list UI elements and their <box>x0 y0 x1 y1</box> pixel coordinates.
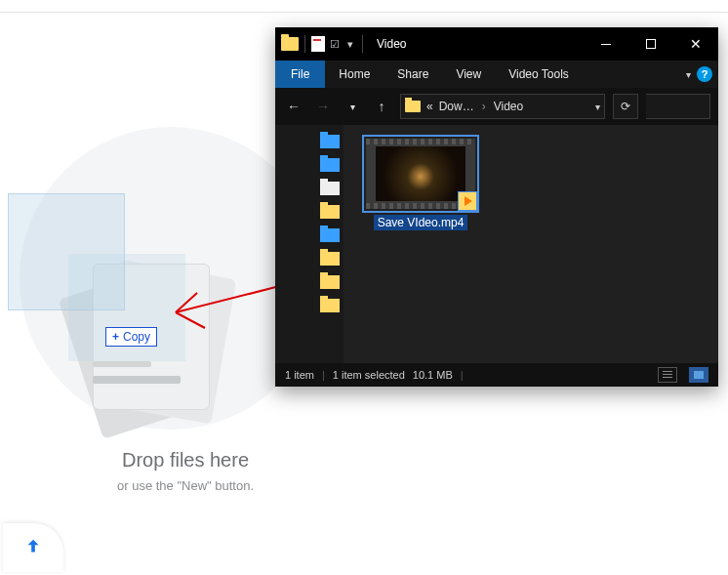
sidebar-item[interactable] <box>320 299 340 312</box>
ribbon: File Home Share View Video Tools ▾ ? <box>275 61 718 88</box>
title-bar[interactable]: ☑ ▾ Video ✕ <box>275 27 718 61</box>
address-bar[interactable]: « Dow… › Video ▾ <box>400 94 605 119</box>
upload-button[interactable] <box>3 523 63 572</box>
crumb-1[interactable]: Dow… <box>439 100 474 113</box>
sidebar-item[interactable] <box>320 182 340 195</box>
checkbox-icon[interactable]: ☑ <box>330 38 340 51</box>
crumb-prefix: « <box>426 100 433 113</box>
nav-up-button[interactable]: ↑ <box>371 96 392 117</box>
status-selected: 1 item selected <box>333 369 405 381</box>
video-thumbnail <box>366 139 475 209</box>
folder-icon <box>281 37 299 51</box>
status-item-count: 1 item <box>285 369 314 381</box>
window-title: Video <box>377 37 406 51</box>
address-folder-icon <box>405 101 421 112</box>
drop-subtitle: or use the "New" button. <box>0 478 371 493</box>
nav-pane[interactable] <box>275 125 344 363</box>
status-size: 10.1 MB <box>413 369 453 381</box>
document-icon[interactable] <box>311 36 325 52</box>
sidebar-item[interactable] <box>320 275 340 289</box>
upload-arrow-icon <box>22 537 44 558</box>
thumbnails-view-button[interactable] <box>689 367 708 383</box>
qat-dropdown-icon[interactable]: ▾ <box>347 38 353 51</box>
sidebar-item[interactable] <box>320 228 340 242</box>
sidebar-item[interactable] <box>320 205 340 219</box>
nav-back-button[interactable]: ← <box>283 96 304 117</box>
plus-icon: + <box>112 330 119 344</box>
address-dropdown-icon[interactable]: ▾ <box>595 102 600 112</box>
search-box[interactable] <box>646 94 710 119</box>
page-divider <box>0 12 728 13</box>
nav-forward-button[interactable]: → <box>312 96 334 117</box>
chevron-right-icon[interactable]: › <box>482 100 486 113</box>
maximize-button[interactable] <box>628 27 673 61</box>
file-name-label[interactable]: Save VIdeo.mp4 <box>374 215 468 230</box>
ribbon-tab-context[interactable]: Video Tools <box>495 61 583 88</box>
copy-label: Copy <box>123 330 150 344</box>
drop-title: Drop files here <box>0 449 371 472</box>
ribbon-tab-home[interactable]: Home <box>325 61 384 88</box>
details-view-button[interactable] <box>658 367 677 383</box>
quick-access-toolbar: ☑ ▾ <box>275 35 367 53</box>
help-icon[interactable]: ? <box>697 66 712 82</box>
drag-copy-badge: + Copy <box>105 327 157 347</box>
close-button[interactable]: ✕ <box>673 27 718 61</box>
sidebar-item[interactable] <box>320 252 340 266</box>
file-list[interactable]: Save VIdeo.mp4 <box>344 125 718 363</box>
file-item[interactable]: Save VIdeo.mp4 <box>357 139 484 230</box>
crumb-2[interactable]: Video <box>494 100 523 113</box>
status-bar: 1 item | 1 item selected 10.1 MB | <box>275 363 718 387</box>
sidebar-item[interactable] <box>320 158 340 172</box>
minimize-button[interactable] <box>584 27 628 61</box>
ribbon-tab-file[interactable]: File <box>275 61 325 88</box>
nav-recent-dropdown[interactable]: ▾ <box>342 96 363 117</box>
explorer-window: ☑ ▾ Video ✕ File Home Share View Video T… <box>275 27 718 387</box>
refresh-button[interactable]: ⟳ <box>613 94 638 119</box>
ribbon-tab-view[interactable]: View <box>442 61 495 88</box>
play-overlay-icon <box>458 191 477 211</box>
nav-row: ← → ▾ ↑ « Dow… › Video ▾ ⟳ <box>275 88 718 125</box>
ribbon-tab-share[interactable]: Share <box>384 61 442 88</box>
ribbon-collapse-icon[interactable]: ▾ <box>686 69 691 80</box>
sidebar-item[interactable] <box>320 135 340 148</box>
